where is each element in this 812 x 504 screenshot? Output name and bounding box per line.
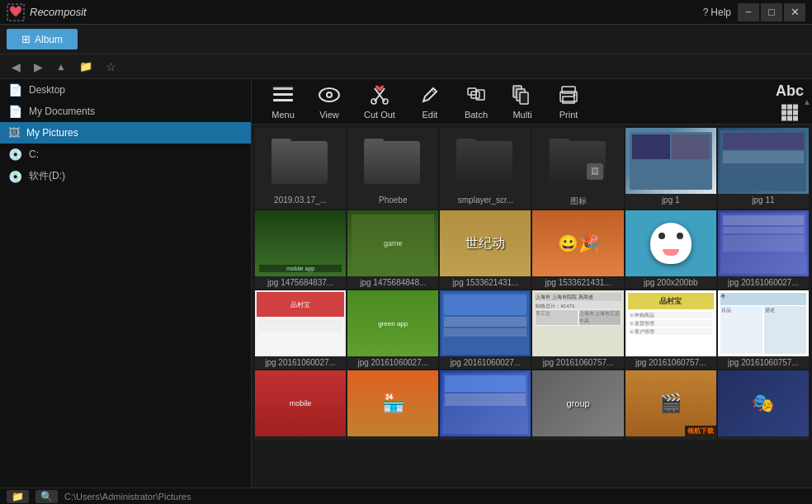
app-title: Recomposit	[30, 6, 87, 18]
img-thumb-18: 考 目品 描述	[718, 290, 809, 356]
status-search-button[interactable]: 🔍	[35, 490, 58, 503]
grid-cell-folder-3[interactable]: smplayer_scr...	[440, 128, 531, 209]
img-thumb-6	[718, 128, 809, 194]
cell-label-2: Phoebe	[347, 194, 438, 206]
grid-cell-img-21[interactable]	[440, 370, 531, 440]
sidebar-item-desktop[interactable]: 📄 Desktop	[0, 79, 251, 101]
grid-cell-folder-4[interactable]: 🖼 图标	[532, 128, 623, 209]
grid-cell-img-19[interactable]: mobile	[255, 370, 346, 440]
svg-rect-19	[562, 87, 575, 93]
grid-cell-img-22[interactable]: group	[532, 370, 623, 440]
status-bar: 📁 🔍 C:\Users\Administrator\Pictures	[0, 488, 812, 504]
img-thumb-5	[626, 128, 716, 194]
maximize-button[interactable]: □	[761, 3, 782, 21]
title-bar: Recomposit ? Help − □ ✕	[0, 0, 812, 25]
scrollbar-up[interactable]: ▲	[802, 79, 812, 124]
help-button[interactable]: ? Help	[703, 7, 731, 18]
minimize-button[interactable]: −	[738, 3, 759, 21]
grid-cell-img-14[interactable]: green app jpg 20161060027...	[347, 290, 438, 369]
view-action[interactable]: View	[306, 80, 352, 123]
grid-cell-img-20[interactable]: 🏪	[347, 370, 438, 440]
d-drive-icon: 💿	[8, 170, 22, 183]
img-thumb-13: 品村宝	[255, 290, 346, 356]
title-left: Recomposit	[7, 3, 87, 21]
folder-thumb-1	[255, 128, 346, 194]
watermark: 领航下载	[685, 426, 716, 436]
grid-cell-img-23[interactable]: 🎬 领航下载	[626, 370, 716, 440]
sidebar-item-my-pictures[interactable]: 🖼 My Pictures	[0, 122, 251, 144]
grid-cell-img-13[interactable]: 品村宝 jpg 20161060027...	[255, 290, 346, 369]
up-button[interactable]: ▲	[51, 59, 71, 74]
album-button[interactable]: ⊞ Album	[7, 29, 78, 49]
batch-action[interactable]: Batch	[453, 80, 499, 123]
grid-cell-img-16[interactable]: 上海市 上海市院院 真商道 制格总计：¥1473 手工注 上海市 上海市江滨 中…	[532, 290, 623, 369]
cell-label-22	[532, 436, 623, 440]
bookmark-button[interactable]: ☆	[101, 59, 121, 75]
grid-cell-img-18[interactable]: 考 目品 描述 jpg 20161060757...	[718, 290, 809, 369]
sidebar-item-my-documents[interactable]: 📄 My Documents	[0, 101, 251, 122]
grid-view-button[interactable]	[781, 105, 798, 121]
cell-label-23	[626, 436, 716, 440]
close-button[interactable]: ✕	[784, 3, 805, 21]
print-icon	[557, 83, 580, 106]
cutout-icon	[368, 83, 391, 106]
grid-cell-img-12[interactable]: jpg 20161060027...	[718, 210, 809, 289]
new-folder-button[interactable]: 📁	[74, 59, 97, 74]
menu-icon	[271, 83, 295, 106]
grid-cell-img-8[interactable]: game jpg 1475684848...	[347, 210, 438, 289]
title-controls: − □ ✕	[738, 3, 805, 21]
svg-point-22	[574, 94, 576, 97]
app-logo	[7, 3, 25, 21]
view-icon	[318, 83, 341, 106]
sidebar-item-c-drive[interactable]: 💿 C:	[0, 144, 251, 165]
img-thumb-24: 🎭	[718, 370, 809, 436]
grid-cell-img-7[interactable]: mobile app jpg 1475684837...	[255, 210, 346, 289]
cell-label-3: smplayer_scr...	[440, 194, 531, 206]
edit-action[interactable]: Edit	[407, 80, 453, 123]
sidebar: 📄 Desktop 📄 My Documents 🖼 My Pictures 💿…	[0, 79, 252, 488]
cutout-action[interactable]: Cut Out	[352, 80, 407, 123]
print-action[interactable]: Print	[545, 80, 592, 123]
img-thumb-17: 品村宝 ⊙ 申购商品 ⊙ 发货管理 ⊙ 客户管理	[626, 290, 716, 356]
folder-icon-2	[364, 139, 422, 184]
abc-label[interactable]: Abc	[776, 82, 804, 100]
img-thumb-8: game	[347, 210, 438, 276]
svg-rect-18	[520, 92, 528, 104]
grid-cell-folder-1[interactable]: 2019.03.17_...	[255, 128, 346, 209]
grid-cell-img-24[interactable]: 🎭	[718, 370, 809, 440]
cell-label-7: jpg 1475684837...	[255, 276, 346, 289]
back-button[interactable]: ◀	[7, 59, 26, 75]
batch-icon	[465, 83, 488, 106]
grid-cell-img-17[interactable]: 品村宝 ⊙ 申购商品 ⊙ 发货管理 ⊙ 客户管理 jpg 20161060757…	[626, 290, 716, 369]
grid-cell-img-15[interactable]: jpg 20161060027...	[440, 290, 531, 369]
grid-cell-img-5[interactable]: jpg 1	[626, 128, 716, 209]
svg-marker-10	[423, 88, 437, 101]
cell-label-9: jpg 1533621431...	[440, 276, 531, 289]
cell-label-21	[440, 436, 531, 440]
grid-cell-img-9[interactable]: 世纪动 jpg 1533621431...	[440, 210, 531, 289]
img-thumb-12	[718, 210, 809, 276]
status-folder-button[interactable]: 📁	[7, 490, 29, 503]
grid-cell-img-6[interactable]: jpg 11	[718, 128, 809, 209]
cell-label-14: jpg 20161060027...	[347, 356, 438, 369]
forward-button[interactable]: ▶	[29, 59, 48, 75]
img-thumb-19: mobile	[255, 370, 346, 436]
status-path: C:\Users\Administrator\Pictures	[64, 492, 191, 502]
grid-cell-folder-2[interactable]: Phoebe	[347, 128, 438, 209]
img-thumb-9: 世纪动	[440, 210, 531, 276]
cell-label-24	[718, 436, 809, 440]
grid-cell-img-10[interactable]: 😀🎉 jpg 1533621431...	[532, 210, 623, 289]
svg-rect-21	[563, 97, 574, 103]
svg-rect-1	[273, 87, 293, 90]
menu-action[interactable]: Menu	[260, 80, 306, 123]
cell-label-16: jpg 20161060757...	[532, 356, 623, 369]
img-thumb-22: group	[532, 370, 623, 436]
action-bar: Menu View Cut Out	[252, 79, 812, 125]
grid-cell-img-11[interactable]: jpg 200x200bb	[626, 210, 716, 289]
img-thumb-20: 🏪	[347, 370, 438, 436]
img-thumb-16: 上海市 上海市院院 真商道 制格总计：¥1473 手工注 上海市 上海市江滨 中…	[532, 290, 623, 356]
multi-action[interactable]: Multi	[499, 80, 545, 123]
img-thumb-21	[440, 370, 531, 436]
album-icon: ⊞	[21, 33, 31, 45]
sidebar-item-d-drive[interactable]: 💿 软件(D:)	[0, 165, 251, 187]
